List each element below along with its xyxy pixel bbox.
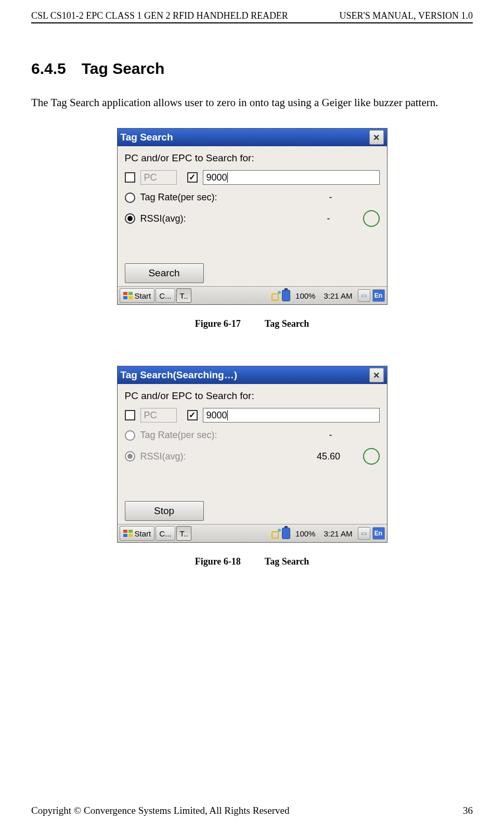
battery-percent: 100% bbox=[292, 291, 318, 300]
section-title: 6.4.5Tag Search bbox=[31, 60, 473, 78]
start-button[interactable]: Start bbox=[120, 526, 155, 541]
ime-icon[interactable]: En bbox=[372, 289, 385, 302]
figure-2: Tag Search(Searching…) ✕ PC and/or EPC t… bbox=[31, 366, 473, 567]
running-header: CSL CS101-2 EPC CLASS 1 GEN 2 RFID HANDH… bbox=[31, 10, 473, 23]
tag-rate-row: Tag Rate(per sec): - bbox=[125, 192, 380, 203]
battery-icon[interactable] bbox=[282, 528, 290, 539]
stop-button[interactable]: Stop bbox=[125, 501, 204, 521]
section-name: Tag Search bbox=[82, 60, 165, 77]
window-title: Tag Search(Searching…) bbox=[121, 369, 369, 381]
tag-rate-label: Tag Rate(per sec): bbox=[140, 430, 217, 441]
search-for-label: PC and/or EPC to Search for: bbox=[125, 390, 380, 402]
network-icon[interactable] bbox=[272, 529, 280, 537]
show-desktop-icon[interactable]: ▭ bbox=[358, 289, 370, 302]
rssi-radio[interactable] bbox=[125, 451, 135, 462]
window-title: Tag Search bbox=[121, 132, 369, 143]
system-tray: 100% 3:21 AM ▭ En bbox=[272, 289, 384, 302]
network-icon[interactable] bbox=[272, 291, 280, 300]
show-desktop-icon[interactable]: ▭ bbox=[358, 527, 370, 540]
system-tray: 100% 3:21 AM ▭ En bbox=[272, 527, 384, 540]
figure-1-caption: Figure 6-17Tag Search bbox=[195, 318, 309, 329]
epc-value: 9000 bbox=[206, 172, 227, 183]
tag-rate-label: Tag Rate(per sec): bbox=[140, 192, 217, 203]
tag-rate-value: - bbox=[305, 192, 357, 203]
client-area: PC and/or EPC to Search for: PC 9000 Tag… bbox=[118, 384, 387, 524]
title-bar: Tag Search ✕ bbox=[118, 129, 387, 146]
taskbar: Start C... T.. 100% 3:21 AM ▭ En bbox=[118, 524, 387, 542]
status-led-icon bbox=[363, 448, 380, 465]
page-number: 36 bbox=[463, 805, 473, 816]
figure-1: Tag Search ✕ PC and/or EPC to Search for… bbox=[31, 128, 473, 329]
pc-field[interactable]: PC bbox=[140, 408, 177, 423]
tag-rate-radio[interactable] bbox=[125, 430, 135, 441]
input-row: PC 9000 bbox=[125, 170, 380, 185]
epc-value: 9000 bbox=[206, 410, 227, 421]
figure-1-number: Figure 6-17 bbox=[195, 318, 241, 329]
task-button-1[interactable]: C... bbox=[156, 288, 175, 303]
status-led-icon bbox=[363, 210, 380, 227]
task-button-1[interactable]: C... bbox=[156, 526, 175, 541]
tag-rate-row: Tag Rate(per sec): - bbox=[125, 430, 380, 441]
rssi-label: RSSI(avg): bbox=[140, 213, 186, 224]
header-right: USER'S MANUAL, VERSION 1.0 bbox=[340, 10, 473, 21]
section-number: 6.4.5 bbox=[31, 60, 66, 78]
copyright: Copyright © Convergence Systems Limited,… bbox=[31, 805, 289, 816]
figure-2-caption: Figure 6-18Tag Search bbox=[195, 556, 309, 567]
epc-field[interactable]: 9000 bbox=[203, 170, 380, 185]
battery-percent: 100% bbox=[292, 529, 318, 538]
rssi-value: 45.60 bbox=[303, 451, 355, 462]
epc-field[interactable]: 9000 bbox=[203, 408, 380, 423]
tag-search-window: Tag Search ✕ PC and/or EPC to Search for… bbox=[117, 128, 387, 305]
rssi-value: - bbox=[303, 213, 355, 224]
pc-checkbox[interactable] bbox=[125, 410, 135, 420]
client-area: PC and/or EPC to Search for: PC 9000 Tag… bbox=[118, 146, 387, 286]
search-button[interactable]: Search bbox=[125, 263, 204, 283]
start-button[interactable]: Start bbox=[120, 288, 155, 303]
title-bar: Tag Search(Searching…) ✕ bbox=[118, 366, 387, 384]
epc-checkbox[interactable] bbox=[187, 172, 198, 183]
tag-rate-value: - bbox=[305, 430, 357, 441]
search-for-label: PC and/or EPC to Search for: bbox=[125, 152, 380, 164]
start-label: Start bbox=[135, 291, 151, 300]
pc-field[interactable]: PC bbox=[140, 170, 177, 185]
intro-paragraph: The Tag Search application allows user t… bbox=[31, 96, 473, 109]
pc-checkbox[interactable] bbox=[125, 172, 135, 183]
rssi-radio[interactable] bbox=[125, 213, 135, 224]
close-button[interactable]: ✕ bbox=[369, 368, 384, 382]
windows-logo-icon bbox=[123, 530, 133, 537]
epc-checkbox[interactable] bbox=[187, 410, 198, 420]
figure-2-title: Tag Search bbox=[265, 556, 309, 567]
tag-rate-radio[interactable] bbox=[125, 193, 135, 203]
ime-icon[interactable]: En bbox=[372, 527, 385, 540]
battery-icon[interactable] bbox=[282, 290, 290, 301]
figure-1-title: Tag Search bbox=[265, 318, 309, 329]
task-button-2[interactable]: T.. bbox=[176, 288, 192, 303]
text-caret-icon bbox=[227, 410, 228, 420]
rssi-row: RSSI(avg): - bbox=[125, 210, 380, 227]
clock: 3:21 AM bbox=[320, 529, 355, 538]
tag-search-window-running: Tag Search(Searching…) ✕ PC and/or EPC t… bbox=[117, 366, 387, 543]
text-caret-icon bbox=[227, 172, 228, 183]
start-label: Start bbox=[135, 529, 151, 538]
windows-logo-icon bbox=[123, 292, 133, 299]
figure-2-number: Figure 6-18 bbox=[195, 556, 241, 567]
header-left: CSL CS101-2 EPC CLASS 1 GEN 2 RFID HANDH… bbox=[31, 10, 288, 21]
page-footer: Copyright © Convergence Systems Limited,… bbox=[31, 805, 473, 816]
rssi-row: RSSI(avg): 45.60 bbox=[125, 448, 380, 465]
clock: 3:21 AM bbox=[320, 291, 355, 300]
input-row: PC 9000 bbox=[125, 408, 380, 423]
rssi-label: RSSI(avg): bbox=[140, 451, 186, 462]
page: CSL CS101-2 EPC CLASS 1 GEN 2 RFID HANDH… bbox=[0, 0, 504, 832]
task-button-2[interactable]: T.. bbox=[176, 526, 192, 541]
close-button[interactable]: ✕ bbox=[369, 130, 384, 145]
taskbar: Start C... T.. 100% 3:21 AM ▭ En bbox=[118, 286, 387, 304]
